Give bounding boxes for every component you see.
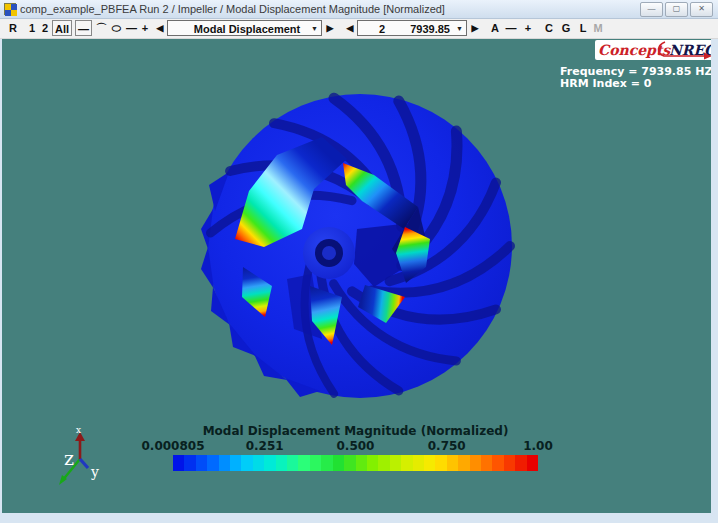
colorbar-tick: 0.750	[428, 439, 466, 453]
decrease-button[interactable]: —	[505, 20, 517, 36]
app-icon	[4, 3, 16, 15]
mode-prev-icon[interactable]: ◀	[345, 20, 355, 36]
colorbar-tick: 1.00	[523, 439, 553, 453]
minimize-icon[interactable]: —	[640, 2, 663, 17]
toolbar: R 1 2 All — ⌒ ⬭ — + ◀ Modal Displacement…	[0, 19, 718, 39]
chevron-down-icon: ▼	[456, 21, 463, 37]
colorbar-ticks: 0.000805 0.251 0.500 0.750 1.00	[173, 439, 538, 454]
view-1-button[interactable]: 1	[27, 20, 37, 36]
chevron-down-icon: ▼	[311, 21, 318, 37]
annotation-button[interactable]: A	[489, 20, 501, 36]
arc-tool-icon[interactable]: ⌒	[95, 20, 108, 36]
increase-button[interactable]: +	[522, 20, 534, 36]
mode-dropdown-index: 2	[379, 23, 385, 35]
mode-dropdown[interactable]: 2 7939.85 ▼	[357, 20, 467, 36]
hrm-index-text: HRM Index = 0	[560, 78, 711, 90]
colorbar-tick: 0.500	[337, 439, 375, 453]
maximize-icon[interactable]: ▢	[665, 2, 688, 17]
colorbar-gradient	[173, 455, 538, 471]
field-next-icon[interactable]: ▶	[325, 20, 335, 36]
window-controls: — ▢ ✕	[640, 2, 713, 17]
view-r-button[interactable]: R	[6, 20, 20, 36]
view-all-button[interactable]: All	[52, 20, 72, 36]
colorbar: Modal Displacement Magnitude (Normalized…	[173, 424, 538, 471]
close-icon[interactable]: ✕	[690, 2, 713, 17]
m-button-disabled: M	[592, 20, 604, 36]
logo-nrec-text: NREC	[669, 42, 711, 58]
mode-dropdown-value: 7939.85	[410, 23, 450, 35]
concepts-nrec-logo: Concepts NREC	[595, 40, 711, 60]
colorbar-tick: 0.000805	[141, 439, 204, 453]
title-bar[interactable]: comp_example_PBFEA Run 2 / Impeller / Mo…	[0, 0, 718, 19]
zoom-out-icon[interactable]: —	[126, 20, 137, 36]
model-viewport[interactable]: Concepts NREC Frequency = 7939.85 HZ HRM…	[2, 39, 711, 513]
mode-next-icon[interactable]: ▶	[470, 20, 480, 36]
window-title: comp_example_PBFEA Run 2 / Impeller / Mo…	[20, 3, 445, 15]
ellipse-tool-icon[interactable]: ⬭	[110, 20, 123, 36]
colorbar-title: Modal Displacement Magnitude (Normalized…	[173, 424, 538, 438]
view-2-button[interactable]: 2	[40, 20, 50, 36]
axis-triad: x z y	[55, 425, 111, 491]
field-dropdown[interactable]: Modal Displacement Magnitud ▼	[167, 20, 322, 36]
c-button[interactable]: C	[543, 20, 555, 36]
g-button[interactable]: G	[560, 20, 572, 36]
line-tool-icon[interactable]: —	[75, 20, 92, 36]
zoom-in-icon[interactable]: +	[139, 20, 151, 36]
frequency-overlay: Frequency = 7939.85 HZ HRM Index = 0	[560, 66, 711, 90]
logo-graphic: Concepts NREC	[595, 40, 711, 60]
colorbar-tick: 0.251	[246, 439, 284, 453]
x-axis-label: x	[76, 425, 81, 435]
y-axis-label: y	[90, 464, 99, 480]
z-axis-label: z	[64, 447, 74, 469]
l-button[interactable]: L	[577, 20, 589, 36]
z-axis-arrow	[80, 459, 88, 468]
app-window: comp_example_PBFEA Run 2 / Impeller / Mo…	[0, 0, 718, 523]
field-prev-icon[interactable]: ◀	[155, 20, 165, 36]
